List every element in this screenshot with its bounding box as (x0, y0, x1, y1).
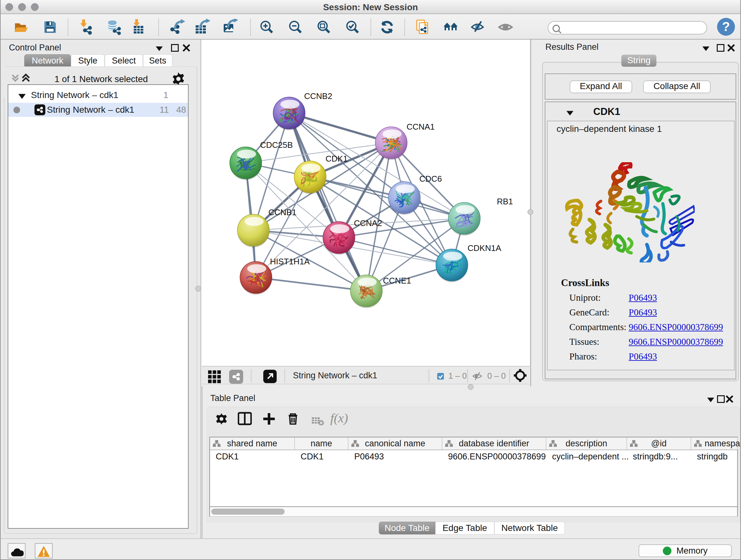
svg-text:CCNB1: CCNB1 (268, 207, 296, 217)
svg-text:CCNA1: CCNA1 (407, 122, 434, 132)
svg-text:CDK1: CDK1 (326, 154, 347, 164)
svg-text:CCNE1: CCNE1 (383, 276, 411, 286)
svg-text:HIST1H1A: HIST1H1A (270, 257, 310, 266)
svg-text:CCNA2: CCNA2 (354, 219, 382, 228)
svg-text:CCNB2: CCNB2 (304, 91, 332, 101)
svg-text:RB1: RB1 (497, 197, 513, 206)
svg-text:CDKN1A: CDKN1A (468, 243, 501, 253)
svg-text:CDC6: CDC6 (419, 174, 442, 184)
svg-text:CDC25B: CDC25B (260, 140, 293, 150)
